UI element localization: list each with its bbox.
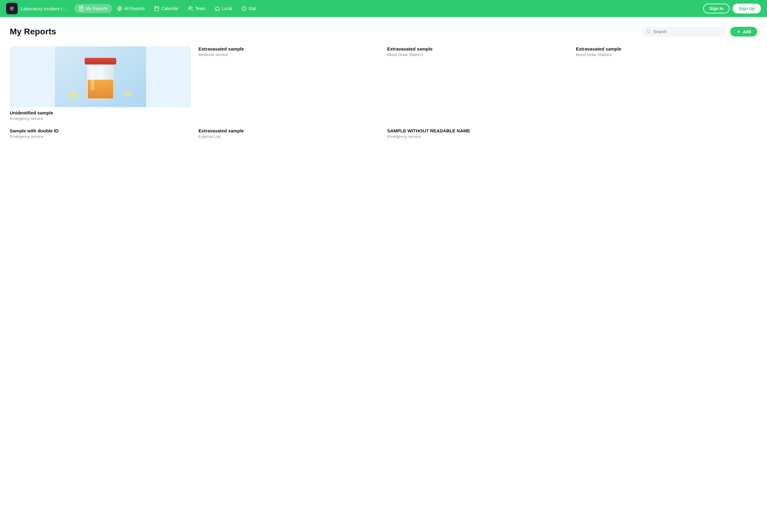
- logo-icon: [6, 3, 18, 14]
- search-icon: [646, 29, 651, 34]
- navbar: Laboratory Incident rep... My Reports Al…: [0, 0, 767, 17]
- add-button[interactable]: Add: [730, 27, 757, 37]
- svg-rect-15: [85, 60, 116, 61]
- reports-grid: Unidentified sample Emergency service Ex…: [10, 46, 757, 139]
- report-name-1: Unidentified sample: [10, 110, 191, 115]
- report-card-3[interactable]: Extravasated sample Blood Draw Station1: [387, 46, 569, 121]
- nav-item-my-reports[interactable]: My Reports: [74, 4, 112, 13]
- nav-item-all-reports[interactable]: All Reports: [113, 4, 149, 13]
- nav-item-local[interactable]: Local: [210, 4, 236, 13]
- clock-icon: [241, 6, 247, 11]
- report-location-3: Blood Draw Station1: [387, 52, 569, 57]
- home-icon: [215, 6, 220, 11]
- report-location-6: External Lab: [198, 134, 380, 139]
- nav-item-calendar[interactable]: Calendar: [150, 4, 183, 13]
- report-name-6: Extravasated sample: [198, 128, 380, 133]
- page-title: My Reports: [10, 27, 56, 37]
- svg-rect-3: [155, 7, 159, 11]
- report-name-3: Extravasated sample: [387, 46, 569, 51]
- report-card-4[interactable]: Extravasated sample Blood Draw Station1: [576, 46, 757, 121]
- calendar-icon: [154, 6, 159, 11]
- plus-icon: [736, 29, 741, 34]
- svg-rect-14: [85, 59, 116, 60]
- team-icon: [188, 6, 193, 11]
- report-card-7[interactable]: SAMPLE WITHOUT READABLE NAME Emergency s…: [387, 128, 569, 139]
- nav-item-stat[interactable]: Stat: [237, 4, 261, 13]
- svg-rect-16: [85, 62, 116, 63]
- main-content: My Reports Add: [0, 17, 767, 149]
- nav-item-team[interactable]: Team: [184, 4, 210, 13]
- report-location-4: Blood Draw Station1: [576, 52, 757, 57]
- svg-point-4: [189, 7, 191, 8]
- signin-button[interactable]: Sign In: [703, 4, 730, 13]
- report-name-4: Extravasated sample: [576, 46, 757, 51]
- search-input[interactable]: [653, 29, 722, 34]
- svg-point-9: [123, 90, 132, 96]
- report-card-6[interactable]: Extravasated sample External Lab: [198, 128, 380, 139]
- report-image-1: [10, 46, 191, 107]
- brand-title: Laboratory Incident rep...: [21, 6, 69, 11]
- report-name-5: Sample with double ID: [10, 128, 191, 133]
- sample-image-svg: [10, 46, 191, 107]
- signup-button[interactable]: Sign Up: [733, 4, 761, 13]
- svg-rect-12: [91, 66, 94, 90]
- report-card-1[interactable]: Unidentified sample Emergency service: [10, 46, 191, 121]
- navbar-actions: Sign In Sign Up: [703, 4, 761, 13]
- svg-point-8: [68, 91, 79, 99]
- report-location-7: Emergency service: [387, 134, 569, 139]
- search-box[interactable]: [641, 27, 727, 37]
- brand[interactable]: Laboratory Incident rep...: [6, 3, 69, 14]
- report-location-1: Emergency service: [10, 116, 191, 121]
- report-name-2: Extravasated sample: [198, 46, 380, 51]
- report-card-2[interactable]: Extravasated sample Medicine service: [198, 46, 380, 121]
- report-card-5[interactable]: Sample with double ID Emergency service: [10, 128, 191, 139]
- svg-rect-1: [79, 6, 83, 11]
- report-location-5: Emergency service: [10, 134, 191, 139]
- page-header: My Reports Add: [10, 27, 757, 37]
- nav-items: My Reports All Reports Calendar: [74, 4, 702, 13]
- report-location-2: Medicine service: [198, 52, 380, 57]
- report-icon: [79, 6, 84, 11]
- report-name-7: SAMPLE WITHOUT READABLE NAME: [387, 128, 569, 133]
- globe-icon: [117, 6, 122, 11]
- header-right: Add: [641, 27, 757, 37]
